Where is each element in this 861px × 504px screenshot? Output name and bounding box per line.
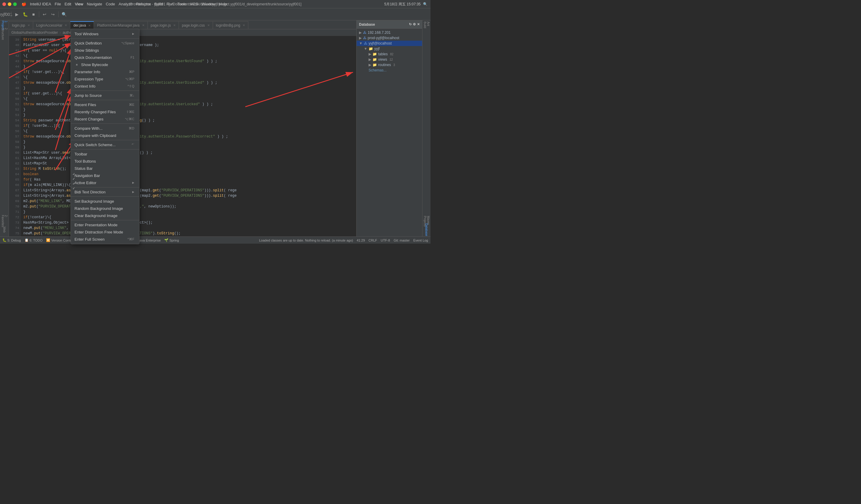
intellij-menu[interactable]: IntelliJ IDEA	[30, 2, 51, 6]
toolbar-sep-3	[58, 11, 59, 17]
search-icon[interactable]: 🔍	[423, 2, 427, 6]
tab-login-access-har[interactable]: LoginAccessHar ✕	[33, 21, 70, 29]
menu-item-jump-to-source[interactable]: Jump to Source ⌘↓	[71, 92, 139, 99]
tab-close-icon[interactable]: ✕	[88, 24, 91, 27]
menu-item-quick-definition[interactable]: Quick Definition ⌥Space	[71, 40, 139, 47]
menu-item-navigation-bar[interactable]: Navigation Bar	[71, 172, 139, 179]
menu-sep-6	[71, 149, 139, 150]
tab-page-login-css[interactable]: page.login.css ✕	[179, 21, 213, 29]
apple-menu[interactable]: 🍎	[22, 2, 26, 6]
menu-label: Context Info	[74, 84, 95, 88]
server-icon: 🖧	[364, 41, 367, 45]
status-crlf[interactable]: CRLF	[369, 239, 377, 242]
view-menu-item[interactable]: View	[75, 2, 83, 6]
menu-item-presentation-mode[interactable]: Enter Presentation Mode	[71, 221, 139, 228]
menu-item-context-info[interactable]: Context Info ^⇧Q	[71, 83, 139, 90]
menu-item-random-background[interactable]: Random Background Image	[71, 205, 139, 212]
menu-item-show-bytecode[interactable]: ≡ Show Bytecode	[71, 61, 139, 68]
tab-platform-user-manager[interactable]: PlatformUserManager.java ✕	[94, 21, 148, 29]
db-item-tables[interactable]: ▶ 📁 tables 82	[357, 52, 422, 57]
menu-item-recent-changes[interactable]: Recent Changes ⌥⌘C	[71, 115, 139, 123]
menu-shortcut: ⌥⌘C	[125, 117, 134, 121]
tab-close-icon[interactable]: ✕	[173, 24, 176, 27]
menu-item-set-background[interactable]: Set Background Image	[71, 198, 139, 205]
minimize-button[interactable]	[8, 2, 11, 6]
menu-item-quick-doc[interactable]: Quick Documentation F1	[71, 54, 139, 61]
code-editor[interactable]: 3940414243 4445464748 4950515253 5455565…	[9, 36, 356, 236]
db-close-icon[interactable]: ✕	[417, 23, 420, 26]
menu-shortcut: ⌘↓	[129, 94, 135, 97]
close-button[interactable]	[2, 2, 6, 6]
sidebar-icon-ant[interactable]: Ant Build	[423, 22, 430, 29]
tab-label: der.java	[73, 23, 86, 28]
db-item-yyjf[interactable]: ▼ 📁 yyjf	[357, 46, 422, 52]
sidebar-item-structure[interactable]: 2: Structure	[1, 30, 9, 38]
maximize-button[interactable]	[13, 2, 17, 6]
menu-item-show-siblings[interactable]: Show Siblings	[71, 47, 139, 54]
menu-item-parameter-info[interactable]: Parameter Info ⌘P	[71, 68, 139, 75]
status-event-log[interactable]: Event Log	[413, 239, 428, 242]
db-settings-icon[interactable]: ⚙	[413, 23, 416, 26]
toolbar-btn-redo[interactable]: ↪	[49, 11, 57, 18]
tab-login-jsp[interactable]: login.jsp ✕	[9, 21, 33, 29]
db-refresh-icon[interactable]: ↻	[409, 23, 412, 26]
sidebar-item-web[interactable]: Web	[1, 226, 9, 234]
file-menu[interactable]: File	[55, 2, 61, 6]
menu-shortcut: ^⇧Q	[127, 84, 134, 88]
toolbar-btn-debug[interactable]: 🐛	[21, 11, 29, 18]
toolbar-btn-project[interactable]: yyjf001	[2, 11, 10, 18]
server-icon: 🖧	[363, 30, 367, 35]
sidebar-item-favorites[interactable]: 2: Favorites	[1, 217, 9, 225]
edit-menu[interactable]: Edit	[65, 2, 71, 6]
toolbar-btn-run[interactable]: ▶	[13, 11, 20, 18]
menu-label: Compare With...	[74, 126, 102, 131]
menu-item-compare-with[interactable]: Compare With... ⌘D	[71, 125, 139, 132]
tab-der-java[interactable]: der.java ✕	[70, 21, 94, 29]
menu-label: Recent Files	[74, 102, 96, 107]
expand-icon: ▶	[359, 36, 362, 40]
toolbar-btn-search[interactable]: 🔍	[60, 11, 68, 18]
toolbar-btn-stop[interactable]: ■	[30, 11, 37, 18]
menu-item-quick-switch[interactable]: Quick Switch Scheme... ^`	[71, 141, 139, 148]
tab-close-icon[interactable]: ✕	[142, 24, 145, 27]
menu-item-distraction-free[interactable]: Enter Distraction Free Mode	[71, 228, 139, 236]
tab-close-icon[interactable]: ✕	[207, 24, 210, 27]
db-item-prod[interactable]: ▶ 🖧 prod-yyjf@localhost	[357, 35, 422, 41]
menu-item-recently-changed[interactable]: Recently Changed Files ⇧⌘E	[71, 108, 139, 115]
status-debug[interactable]: 🐛 5: Debug	[2, 238, 21, 242]
menu-item-expression-type[interactable]: Expression Type ⌥⌘P	[71, 75, 139, 83]
db-item-192[interactable]: ▶ 🖧 192.168.7.201	[357, 30, 422, 35]
tab-page-login-js[interactable]: page.login.js ✕	[148, 21, 179, 29]
db-label: 192.168.7.201	[368, 30, 391, 35]
menu-item-left: Tool Windows	[74, 32, 98, 36]
menu-item-bidi[interactable]: Bidi Text Direction	[71, 188, 139, 196]
code-menu[interactable]: Code	[106, 2, 115, 6]
status-charset[interactable]: UTF-8	[381, 239, 390, 242]
menu-item-clear-background[interactable]: Clear Background Image	[71, 212, 139, 219]
menu-item-active-editor[interactable]: Active Editor	[71, 179, 139, 186]
menu-shortcut: ⌘D	[129, 126, 134, 130]
status-spring[interactable]: 🌱 Spring	[164, 238, 179, 242]
tab-close-icon[interactable]: ✕	[243, 24, 245, 27]
db-item-routines[interactable]: ▶ 📁 routines 3	[357, 62, 422, 68]
menu-item-compare-clipboard[interactable]: Compare with Clipboard	[71, 132, 139, 139]
db-item-views[interactable]: ▶ 📁 views 12	[357, 57, 422, 62]
menu-item-status-bar[interactable]: Status Bar	[71, 165, 139, 172]
menu-item-recent-files[interactable]: Recent Files ⌘E	[71, 101, 139, 108]
sidebar-icon-database[interactable]: Database	[423, 226, 430, 234]
menu-item-tool-windows[interactable]: Tool Windows	[71, 30, 139, 37]
tab-close-icon[interactable]: ✕	[65, 24, 67, 27]
menu-item-toolbar[interactable]: Toolbar	[71, 150, 139, 157]
main-layout: 1: Project 2: Structure 2: Favorites Web…	[0, 20, 430, 236]
status-message: Loaded classes are up to date. Nothing t…	[259, 239, 353, 242]
db-item-schemas[interactable]: Schemas...	[357, 68, 422, 73]
tab-close-icon[interactable]: ✕	[28, 24, 30, 27]
db-item-yyjf-localhost[interactable]: ▼ 🖧 yyjf@localhost	[357, 41, 422, 46]
menu-item-fullscreen[interactable]: Enter Full Screen ^⌘F	[71, 236, 139, 243]
status-todo[interactable]: 📋 6: TODO	[25, 238, 43, 242]
menu-item-tool-buttons[interactable]: Tool Buttons	[71, 157, 139, 165]
toolbar-btn-undo[interactable]: ↩	[41, 11, 49, 18]
navigate-menu[interactable]: Navigate	[87, 2, 102, 6]
tab-login-btn-bg[interactable]: loginBtnBg.png ✕	[213, 21, 248, 29]
status-vcs[interactable]: 🔀 Version Control	[46, 238, 73, 242]
